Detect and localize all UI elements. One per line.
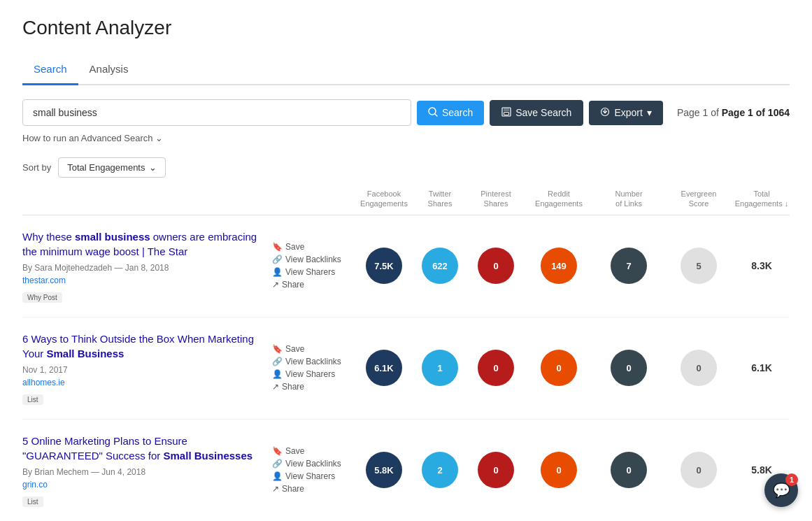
result-content-3: 5 Online Marketing Plans to Ensure "GUAR…: [22, 434, 272, 507]
twitter-circle-3: 2: [422, 452, 458, 488]
total-metric-1: 8.3K: [734, 260, 790, 271]
col-reddit-header: RedditEngagements: [524, 189, 594, 209]
total-value-3: 5.8K: [751, 464, 772, 476]
share-icon-3: ↗: [272, 484, 279, 494]
result-domain-3[interactable]: grin.co: [22, 480, 261, 490]
backlinks-action-3[interactable]: 🔗 View Backlinks: [272, 459, 356, 469]
export-chevron-icon: ▾: [647, 107, 652, 118]
share-icon-1: ↗: [272, 280, 279, 290]
backlinks-action-1[interactable]: 🔗 View Backlinks: [272, 255, 356, 264]
result-link-3[interactable]: 5 Online Marketing Plans to Ensure "GUAR…: [22, 435, 252, 462]
reddit-metric-2: 0: [524, 350, 594, 386]
backlinks-icon-2: 🔗: [272, 357, 283, 366]
result-title-2: 6 Ways to Think Outside the Box When Mar…: [22, 331, 261, 361]
sort-row: Sort by Total Engagements ⌄: [22, 157, 790, 178]
sharers-icon-3: 👤: [272, 471, 283, 481]
evergreen-metric-1: 5: [664, 248, 734, 284]
sort-by-label: Sort by: [22, 162, 51, 173]
result-content-1: Why these small business owners are embr…: [22, 229, 272, 303]
backlinks-action-2[interactable]: 🔗 View Backlinks: [272, 357, 356, 366]
evergreen-metric-3: 0: [664, 452, 734, 488]
sharers-action-1[interactable]: 👤 View Sharers: [272, 267, 356, 277]
table-row: Why these small business owners are embr…: [22, 215, 790, 317]
save-search-button[interactable]: Save Search: [490, 100, 583, 126]
table-row: 5 Online Marketing Plans to Ensure "GUAR…: [22, 420, 790, 521]
sharers-icon-2: 👤: [272, 369, 283, 379]
save-icon: [501, 107, 511, 119]
share-icon-2: ↗: [272, 382, 279, 392]
result-tag-1: Why Post: [22, 292, 62, 303]
twitter-circle-2: 1: [422, 350, 458, 386]
chat-bubble[interactable]: 💬 1: [764, 473, 798, 507]
backlinks-icon-3: 🔗: [272, 459, 283, 469]
result-meta-1: By Sara Mojtehedzadeh — Jan 8, 2018: [22, 263, 261, 273]
sharers-action-3[interactable]: 👤 View Sharers: [272, 471, 356, 481]
export-button[interactable]: Export ▾: [589, 101, 662, 125]
pinterest-circle-3: 0: [478, 452, 514, 488]
svg-rect-4: [504, 112, 509, 115]
save-action-2[interactable]: 🔖 Save: [272, 344, 356, 354]
facebook-circle-3: 5.8K: [366, 452, 402, 488]
total-metric-2: 6.1K: [734, 362, 790, 373]
links-circle-2: 0: [611, 350, 647, 386]
share-action-1[interactable]: ↗ Share: [272, 280, 356, 290]
evergreen-circle-1: 5: [681, 248, 717, 284]
result-actions-1: 🔖 Save 🔗 View Backlinks 👤 View Sharers ↗…: [272, 242, 356, 290]
save-action-1[interactable]: 🔖 Save: [272, 242, 356, 252]
result-content-2: 6 Ways to Think Outside the Box When Mar…: [22, 331, 272, 405]
col-facebook-header: FacebookEngagements: [356, 189, 412, 209]
facebook-metric-2: 6.1K: [356, 350, 412, 386]
pinterest-metric-2: 0: [468, 350, 524, 386]
svg-rect-3: [504, 108, 509, 111]
col-total-header[interactable]: TotalEngagements ↓: [734, 189, 790, 209]
facebook-circle-2: 6.1K: [366, 350, 402, 386]
chat-badge: 1: [785, 473, 798, 486]
result-domain-2[interactable]: allhomes.ie: [22, 378, 261, 387]
result-title-3: 5 Online Marketing Plans to Ensure "GUAR…: [22, 434, 261, 463]
evergreen-metric-2: 0: [664, 350, 734, 386]
share-action-3[interactable]: ↗ Share: [272, 484, 356, 494]
search-input[interactable]: [22, 99, 411, 126]
result-link-1[interactable]: Why these small business owners are embr…: [22, 231, 257, 257]
save-action-3[interactable]: 🔖 Save: [272, 446, 356, 456]
tab-search[interactable]: Search: [22, 56, 78, 85]
total-value-1: 8.3K: [751, 260, 772, 271]
tab-analysis[interactable]: Analysis: [78, 56, 140, 85]
share-action-2[interactable]: ↗ Share: [272, 382, 356, 392]
twitter-metric-2: 1: [412, 350, 468, 386]
result-link-2[interactable]: 6 Ways to Think Outside the Box When Mar…: [22, 333, 254, 359]
result-actions-2: 🔖 Save 🔗 View Backlinks 👤 View Sharers ↗…: [272, 344, 356, 392]
page-wrapper: Content Analyzer Search Analysis Search …: [0, 0, 812, 521]
twitter-circle-1: 622: [422, 248, 458, 284]
col-links-header: Numberof Links: [594, 189, 664, 209]
save-icon-2: 🔖: [272, 344, 283, 354]
backlinks-icon-1: 🔗: [272, 255, 283, 264]
columns-header: FacebookEngagements TwitterShares Pinter…: [22, 189, 790, 215]
result-meta-2: Nov 1, 2017: [22, 365, 261, 375]
links-metric-1: 7: [594, 248, 664, 284]
svg-line-1: [435, 114, 437, 116]
reddit-circle-1: 149: [541, 248, 577, 284]
pinterest-metric-3: 0: [468, 452, 524, 488]
search-button[interactable]: Search: [417, 101, 484, 125]
sort-select[interactable]: Total Engagements ⌄: [58, 157, 166, 178]
facebook-metric-3: 5.8K: [356, 452, 412, 488]
search-bar-row: Search Save Search Export ▾ Page 1 of Pa…: [22, 99, 790, 126]
col-evergreen-header: EvergreenScore: [664, 189, 734, 209]
advanced-search-link[interactable]: How to run an Advanced Search ⌄: [22, 133, 790, 143]
page-info: Page 1 of Page 1 of 1064: [677, 107, 790, 118]
export-icon: [600, 107, 610, 119]
result-tag-2: List: [22, 394, 43, 405]
result-meta-3: By Brian Mechem — Jun 4, 2018: [22, 467, 261, 477]
save-icon-1: 🔖: [272, 242, 283, 252]
links-circle-1: 7: [611, 248, 647, 284]
reddit-circle-3: 0: [541, 452, 577, 488]
result-domain-1[interactable]: thestar.com: [22, 276, 261, 285]
page-title: Content Analyzer: [22, 17, 790, 39]
results-list: Why these small business owners are embr…: [22, 215, 790, 521]
save-icon-3: 🔖: [272, 446, 283, 456]
evergreen-circle-2: 0: [681, 350, 717, 386]
sharers-action-2[interactable]: 👤 View Sharers: [272, 369, 356, 379]
col-pinterest-header: PinterestShares: [468, 189, 524, 209]
pinterest-circle-1: 0: [478, 248, 514, 284]
